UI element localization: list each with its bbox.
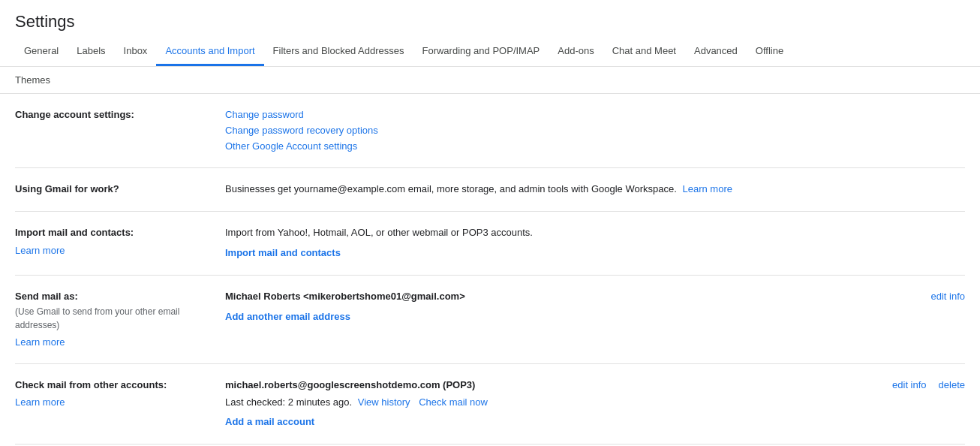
check-mail-account-name: michael.roberts@googlescreenshotdemo.com…	[225, 378, 475, 393]
tab-inbox[interactable]: Inbox	[115, 38, 157, 66]
send-mail-edit-info-link[interactable]: edit info	[930, 289, 965, 305]
import-mail-row: Import mail and contacts: Learn more Imp…	[15, 212, 965, 276]
gmail-work-text: Businesses get yourname@example.com emai…	[225, 183, 677, 194]
last-checked-prefix: Last checked: 2 minutes ago.	[225, 396, 352, 408]
gmail-work-label: Using Gmail for work?	[15, 182, 225, 197]
import-mail-description: Import from Yahoo!, Hotmail, AOL, or oth…	[225, 225, 965, 241]
check-mail-label: Check mail from other accounts: Learn mo…	[15, 378, 225, 410]
import-mail-learn-more-link[interactable]: Learn more	[15, 243, 225, 258]
change-account-links: Change password Change password recovery…	[225, 107, 965, 154]
gmail-work-learn-more-link[interactable]: Learn more	[682, 183, 732, 194]
check-mail-row: Check mail from other accounts: Learn mo…	[15, 364, 965, 444]
check-mail-label-text: Check mail from other accounts:	[15, 379, 167, 390]
change-password-recovery-link[interactable]: Change password recovery options	[225, 123, 965, 139]
settings-content: Change account settings: Change password…	[0, 94, 980, 444]
send-mail-row: Send mail as: (Use Gmail to send from yo…	[15, 276, 965, 364]
tab-forwarding-pop-imap[interactable]: Forwarding and POP/IMAP	[413, 38, 549, 66]
tab-add-ons[interactable]: Add-ons	[549, 38, 603, 66]
tab-general[interactable]: General	[15, 38, 68, 66]
view-history-link[interactable]: View history	[358, 396, 410, 408]
change-password-link[interactable]: Change password	[225, 107, 965, 123]
sub-nav[interactable]: Themes	[0, 67, 980, 94]
page-title: Settings	[0, 0, 980, 38]
import-mail-contacts-link[interactable]: Import mail and contacts	[225, 246, 965, 261]
check-mail-edit-info-link[interactable]: edit info	[892, 378, 927, 393]
check-mail-account-row: michael.roberts@googlescreenshotdemo.com…	[225, 378, 965, 393]
tab-labels[interactable]: Labels	[68, 38, 114, 66]
send-mail-account-name: Michael Roberts <mikerobertshome01@gmail…	[225, 289, 465, 305]
check-mail-learn-more-link[interactable]: Learn more	[15, 395, 225, 410]
tab-filters-blocked[interactable]: Filters and Blocked Addresses	[264, 38, 413, 66]
check-mail-value: michael.roberts@googlescreenshotdemo.com…	[225, 378, 965, 430]
other-google-account-link[interactable]: Other Google Account settings	[225, 139, 965, 155]
gmail-work-row: Using Gmail for work? Businesses get you…	[15, 168, 965, 212]
import-mail-label: Import mail and contacts: Learn more	[15, 225, 225, 258]
check-mail-now-link[interactable]: Check mail now	[419, 396, 488, 408]
tab-offline[interactable]: Offline	[747, 38, 792, 66]
send-mail-label-text: Send mail as:	[15, 291, 78, 302]
nav-tabs: General Labels Inbox Accounts and Import…	[0, 38, 980, 67]
last-checked-row: Last checked: 2 minutes ago. View histor…	[225, 395, 965, 411]
send-mail-value: Michael Roberts <mikerobertshome01@gmail…	[225, 289, 965, 325]
tab-advanced[interactable]: Advanced	[685, 38, 747, 66]
change-account-settings-row: Change account settings: Change password…	[15, 94, 965, 168]
send-mail-sub-label: (Use Gmail to send from your other email…	[15, 305, 225, 332]
tab-chat-meet[interactable]: Chat and Meet	[603, 38, 685, 66]
send-mail-label: Send mail as: (Use Gmail to send from yo…	[15, 289, 225, 350]
add-mail-account-link[interactable]: Add a mail account	[225, 414, 965, 430]
check-mail-delete-link[interactable]: delete	[939, 378, 965, 393]
add-another-email-link[interactable]: Add another email address	[225, 309, 965, 325]
tab-accounts-import[interactable]: Accounts and Import	[156, 38, 263, 66]
change-account-label: Change account settings:	[15, 107, 225, 122]
import-mail-value: Import from Yahoo!, Hotmail, AOL, or oth…	[225, 225, 965, 261]
gmail-work-value: Businesses get yourname@example.com emai…	[225, 182, 965, 197]
send-mail-learn-more-link[interactable]: Learn more	[15, 335, 225, 350]
send-mail-account-row: Michael Roberts <mikerobertshome01@gmail…	[225, 289, 965, 305]
import-mail-label-text: Import mail and contacts:	[15, 227, 134, 238]
check-mail-actions: edit info delete	[892, 378, 965, 393]
